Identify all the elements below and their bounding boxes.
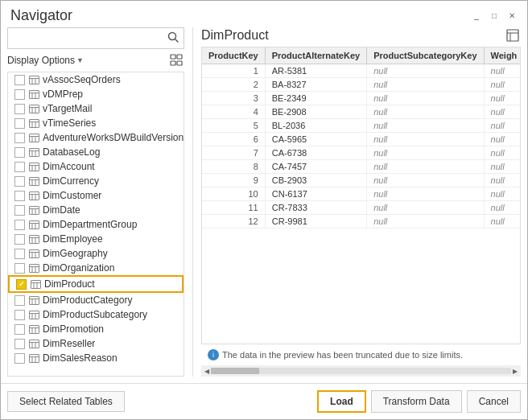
horizontal-scrollbar[interactable]: ◀ ▶ (201, 365, 521, 377)
checkbox-dimcustomer[interactable] (14, 191, 25, 201)
panel-divider (192, 27, 193, 377)
cell-4-1: BL-2036 (265, 119, 366, 133)
col-header-productalternatekey: ProductAlternateKey (265, 47, 366, 64)
tree-item-label-dimgeography: DimGeography (43, 248, 108, 259)
checkbox-dimdate[interactable] (14, 205, 25, 216)
checkbox-adventureworksdwbuildversion[interactable] (14, 133, 25, 143)
search-icon[interactable] (163, 28, 184, 48)
tree-item-label-vtimeseries: vTimeSeries (43, 117, 96, 129)
maximize-button[interactable]: □ (489, 10, 500, 22)
cell-6-1: CA-6738 (265, 146, 366, 160)
cell-11-0: 12 (202, 215, 265, 229)
table-icon-dimproductcategory (28, 295, 39, 305)
table-icon-vtargetmail (28, 104, 39, 113)
tree-item-label-dimorganization: DimOrganization (43, 262, 114, 274)
tree-item-label-dimcurrency: DimCurrency (43, 175, 99, 187)
tree-item-dimdate[interactable]: DimDate (8, 203, 184, 217)
checkbox-dimorganization[interactable] (14, 263, 25, 274)
cancel-button[interactable]: Cancel (467, 390, 521, 413)
cell-4-3: null (484, 119, 521, 133)
table-icon-vtimeseries (28, 118, 39, 128)
table-icon-dimsalesreason (28, 353, 39, 363)
tree-item-dimorganization[interactable]: DimOrganization (8, 261, 184, 275)
display-options-button[interactable]: Display Options ▼ (7, 55, 84, 66)
svg-rect-62 (31, 280, 40, 288)
tree-item-vtargetmail[interactable]: vTargetMail (8, 101, 184, 116)
tree-item-vassocseqorders[interactable]: vAssocSeqOrders (8, 72, 184, 87)
tree-item-dimproductcategory[interactable]: DimProductCategory (8, 293, 184, 307)
svg-rect-82 (29, 354, 39, 362)
load-button[interactable]: Load (317, 390, 366, 413)
checkbox-dimsalesreason[interactable] (14, 353, 25, 364)
svg-rect-3 (177, 55, 182, 59)
checkbox-vtargetmail[interactable] (14, 104, 25, 114)
checkbox-dimgeography[interactable] (14, 249, 25, 259)
checkbox-dimproductcategory[interactable] (14, 295, 25, 306)
search-input[interactable] (8, 30, 163, 47)
tree-item-adventureworksdwbuildversion[interactable]: AdventureWorksDWBuildVersion (8, 130, 184, 145)
scroll-thumb[interactable] (211, 368, 259, 374)
tree-item-dimproduct[interactable]: DimProduct (8, 275, 184, 293)
refresh-icon[interactable] (168, 52, 184, 68)
table-row: 1AR-5381nullnull (202, 64, 521, 78)
svg-rect-46 (29, 220, 39, 229)
minimize-button[interactable]: ⎯ (471, 10, 482, 22)
tree-item-dimaccount[interactable]: DimAccount (8, 159, 184, 174)
tree-item-dimcurrency[interactable]: DimCurrency (8, 174, 184, 188)
cell-11-1: CR-9981 (265, 215, 366, 229)
cell-3-0: 4 (202, 105, 265, 119)
checkbox-dimreseller[interactable] (14, 339, 25, 349)
checkbox-dimaccount[interactable] (14, 162, 25, 172)
cell-7-3: null (484, 160, 521, 174)
cell-0-0: 1 (202, 64, 265, 78)
close-button[interactable]: ✕ (506, 10, 518, 22)
scroll-right-arrow[interactable]: ▶ (511, 368, 519, 375)
checkbox-dimemployee[interactable] (14, 234, 25, 245)
checkbox-vdmprep[interactable] (14, 89, 25, 100)
tree-item-dimdepartmentgroup[interactable]: DimDepartmentGroup (8, 217, 184, 232)
svg-rect-78 (29, 340, 39, 348)
tree-item-dimreseller[interactable]: DimReseller (8, 336, 184, 351)
table-icon-dimdepartmentgroup (28, 220, 39, 229)
checkbox-dimproductsubcategory[interactable] (14, 310, 25, 320)
checkbox-databaselog[interactable] (14, 147, 25, 158)
tree-item-dimpromotion[interactable]: DimPromotion (8, 322, 184, 336)
tree-item-dimsalesreason[interactable]: DimSalesReason (8, 351, 184, 365)
checkbox-dimcurrency[interactable] (14, 176, 25, 187)
checkbox-vtimeseries[interactable] (14, 118, 25, 129)
tree-panel[interactable]: vAssocSeqOrders vDMPrep vTargetMail vTim… (7, 72, 184, 377)
svg-rect-22 (29, 134, 39, 142)
tree-item-dimproductsubcategory[interactable]: DimProductSubcategory (8, 307, 184, 322)
tree-item-dimcustomer[interactable]: DimCustomer (8, 188, 184, 203)
checkbox-dimpromotion[interactable] (14, 324, 25, 335)
left-panel: Display Options ▼ vAssocSeqOrders (7, 27, 184, 377)
table-icon-dimreseller (28, 339, 39, 348)
info-icon: i (208, 349, 219, 360)
tree-item-vdmprep[interactable]: vDMPrep (8, 87, 184, 101)
tree-item-vtimeseries[interactable]: vTimeSeries (8, 116, 184, 130)
tree-item-label-dimdate: DimDate (43, 204, 80, 216)
svg-rect-5 (177, 61, 182, 65)
tree-item-label-vassocseqorders: vAssocSeqOrders (43, 74, 121, 85)
cell-4-2: null (367, 119, 484, 133)
col-header-productkey: ProductKey (202, 47, 265, 64)
transform-data-button[interactable]: Transform Data (371, 390, 462, 413)
tree-item-dimemployee[interactable]: DimEmployee (8, 232, 184, 246)
tree-item-databaselog[interactable]: DatabaseLog (8, 145, 184, 159)
checkbox-vassocseqorders[interactable] (14, 75, 25, 85)
data-table-wrap[interactable]: ProductKeyProductAlternateKeyProductSubc… (201, 47, 521, 344)
tree-item-dimgeography[interactable]: DimGeography (8, 246, 184, 261)
tree-item-label-dimreseller: DimReseller (43, 338, 95, 349)
table-icon-dimpromotion (28, 324, 39, 334)
select-related-button[interactable]: Select Related Tables (7, 391, 125, 412)
table-icon-dimcustomer (28, 191, 39, 200)
cell-10-0: 11 (202, 201, 265, 215)
checkbox-dimdepartmentgroup[interactable] (14, 220, 25, 230)
navigator-window: Navigator ⎯ □ ✕ Displ (0, 0, 528, 420)
preview-note-text: The data in the preview has been truncat… (222, 350, 463, 360)
scroll-track[interactable] (211, 368, 511, 374)
checkbox-dimproduct[interactable] (16, 279, 27, 290)
table-options-icon[interactable] (505, 27, 521, 43)
table-row: 4BE-2908nullnull (202, 105, 521, 119)
scroll-left-arrow[interactable]: ◀ (203, 368, 211, 375)
